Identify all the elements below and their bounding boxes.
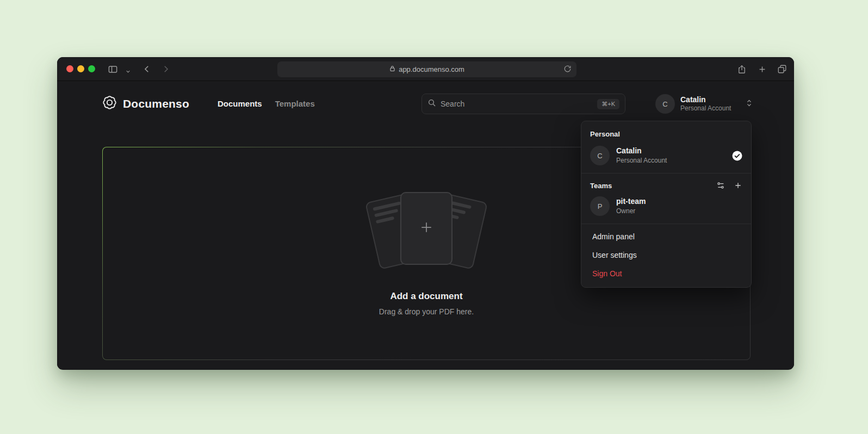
search-shortcut-badge: ⌘+K <box>597 99 619 109</box>
menu-divider <box>581 173 751 173</box>
dropzone-title: Add a document <box>390 291 462 302</box>
add-team-icon[interactable] <box>734 181 742 190</box>
personal-account-name: Catalin <box>616 146 726 156</box>
minimize-window-button[interactable] <box>77 65 84 72</box>
avatar: C <box>590 146 610 165</box>
zoom-window-button[interactable] <box>88 65 95 72</box>
account-text: Catalin Personal Account <box>680 95 740 113</box>
search-bar[interactable]: ⌘+K <box>421 94 625 114</box>
account-type: Personal Account <box>680 104 740 113</box>
menu-item-admin-panel[interactable]: Admin panel <box>581 227 751 246</box>
personal-account-text: Catalin Personal Account <box>616 146 726 165</box>
nav-documents[interactable]: Documents <box>218 99 262 108</box>
tab-overview-icon[interactable] <box>777 64 788 75</box>
documenso-logo-icon <box>102 95 117 112</box>
new-tab-icon[interactable] <box>757 64 767 75</box>
dropzone-subtitle: Drag & drop your PDF here. <box>379 307 474 316</box>
menu-personal-label: Personal <box>581 125 751 141</box>
account-menu-trigger[interactable]: C Catalin Personal Account <box>655 94 753 114</box>
account-name: Catalin <box>680 95 740 105</box>
main-nav: Documents Templates <box>218 99 315 108</box>
menu-team-row[interactable]: P pit-team Owner <box>581 192 751 220</box>
app-content: Documenso Documents Templates ⌘+K C Cata… <box>57 81 794 369</box>
chevron-updown-icon <box>745 99 753 109</box>
browser-titlebar: app.documenso.com <box>57 57 794 81</box>
forward-button[interactable] <box>160 64 171 75</box>
address-bar[interactable]: app.documenso.com <box>277 61 576 77</box>
menu-teams-label: Teams <box>590 182 612 190</box>
plus-icon <box>418 219 435 238</box>
menu-item-sign-out[interactable]: Sign Out <box>581 264 751 283</box>
lock-icon <box>389 65 395 73</box>
team-role: Owner <box>616 207 742 215</box>
account-dropdown-menu: Personal C Catalin Personal Account Team… <box>581 121 752 288</box>
check-circle-icon <box>732 151 742 161</box>
manage-teams-icon[interactable] <box>716 181 725 190</box>
menu-item-user-settings[interactable]: User settings <box>581 246 751 264</box>
search-input[interactable] <box>441 100 593 108</box>
avatar: C <box>655 94 675 114</box>
brand[interactable]: Documenso <box>102 95 189 112</box>
team-text: pit-team Owner <box>616 197 742 215</box>
back-button[interactable] <box>141 64 152 75</box>
personal-account-type: Personal Account <box>616 157 726 165</box>
nav-templates[interactable]: Templates <box>275 99 315 108</box>
search-icon <box>427 98 436 109</box>
avatar: P <box>590 196 610 216</box>
refresh-icon[interactable] <box>563 65 572 75</box>
document-stack-illustration <box>350 191 503 272</box>
menu-teams-header: Teams <box>581 177 751 192</box>
close-window-button[interactable] <box>66 65 73 72</box>
url-text: app.documenso.com <box>399 65 464 73</box>
chevron-down-icon[interactable] <box>122 66 133 77</box>
menu-divider <box>581 224 751 224</box>
sidebar-toggle-icon[interactable] <box>107 64 118 75</box>
menu-personal-account-row[interactable]: C Catalin Personal Account <box>581 141 751 170</box>
browser-window: app.documenso.com Documenso Documents Te… <box>57 57 794 370</box>
document-card-center <box>400 192 452 265</box>
share-icon[interactable] <box>736 64 747 75</box>
team-name: pit-team <box>616 197 742 207</box>
brand-name: Documenso <box>123 97 189 110</box>
